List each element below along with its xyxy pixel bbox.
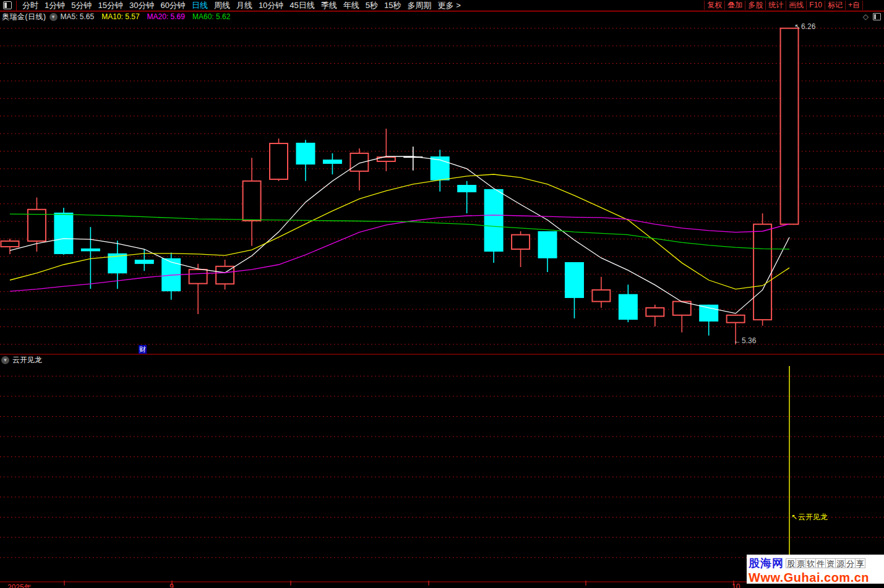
tagline-char: 分: [845, 558, 856, 568]
menu-item-left[interactable]: 5分钟: [68, 0, 95, 11]
arrow-left-icon: ←: [734, 336, 741, 345]
menu-item-right[interactable]: 画线: [786, 1, 806, 10]
menu-item-left[interactable]: 15分钟: [95, 0, 126, 11]
menubar-divider: [16, 1, 17, 11]
tool-menu: 复权叠加多股统计画线F10标记+自: [704, 1, 863, 10]
chevron-down-icon[interactable]: ▼: [49, 13, 58, 21]
chart-title-row: 奥瑞金(日线) ▼ MA5: 5.65MA10: 5.57MA20: 5.69M…: [0, 12, 884, 22]
ma-label: MA60: 5.62: [192, 12, 230, 21]
menu-item-right[interactable]: +自: [845, 1, 863, 10]
menu-item-left[interactable]: 多周期: [405, 0, 435, 11]
menu-item-left[interactable]: 30分钟: [126, 0, 157, 11]
period-menu: 分时1分钟5分钟15分钟30分钟60分钟日线周线月线10分钟45日线季线年线5秒…: [19, 0, 464, 11]
tagline-char: 件: [815, 558, 826, 568]
sub-chart-canvas[interactable]: [0, 364, 884, 582]
menu-item-left[interactable]: 60分钟: [157, 0, 188, 11]
menu-item-left[interactable]: 分时: [19, 0, 41, 11]
tagline-char: 股: [786, 558, 796, 568]
brand-tagline: 股票软件资源分享: [786, 558, 865, 568]
tagline-char: 源: [835, 558, 846, 568]
brand-name: 股海网: [749, 556, 784, 571]
arrow-up-left-icon: ↖: [794, 22, 800, 31]
high-price-annotation: ↖6.26: [794, 22, 815, 31]
instrument-title: 奥瑞金(日线): [2, 12, 46, 22]
signal-annotation: ↖云开见龙: [791, 512, 828, 522]
menu-item-left[interactable]: 月线: [233, 0, 255, 11]
ma-label: MA5: 5.65: [61, 12, 95, 21]
menu-item-right[interactable]: 统计: [765, 1, 786, 10]
chevron-down-icon[interactable]: ▼: [1, 356, 9, 364]
sub-panel-header: ▼ 云开见龙: [1, 356, 42, 364]
menu-item-left[interactable]: 10分钟: [255, 0, 286, 11]
axis-label: 2025年: [7, 582, 32, 588]
menu-item-right[interactable]: 标记: [825, 1, 845, 10]
menu-item-left[interactable]: 季线: [318, 0, 340, 11]
finance-event-marker[interactable]: 财: [139, 345, 147, 354]
arrow-up-left-icon: ↖: [791, 513, 797, 521]
window-split-icon[interactable]: [3, 1, 12, 9]
menu-item-left[interactable]: 15秒: [381, 0, 404, 11]
tagline-char: 票: [796, 558, 806, 568]
brand-url: Www.Guhai.com.cn: [749, 571, 883, 584]
ma-label: MA20: 5.69: [147, 12, 185, 21]
axis-label: 9: [170, 582, 174, 588]
axis-label: 10: [732, 582, 740, 588]
main-chart-canvas[interactable]: [0, 17, 884, 354]
period-menubar: 分时1分钟5分钟15分钟30分钟60分钟日线周线月线10分钟45日线季线年线5秒…: [0, 0, 884, 12]
ma-label: MA10: 5.57: [101, 12, 139, 21]
menu-item-left[interactable]: 更多 >: [435, 0, 464, 11]
diamond-icon[interactable]: ◇: [863, 13, 869, 20]
tagline-char: 享: [855, 558, 865, 568]
menu-item-left[interactable]: 日线: [189, 0, 211, 11]
menu-item-left[interactable]: 年线: [340, 0, 363, 11]
sub-panel-title: 云开见龙: [12, 355, 42, 365]
ma-values: MA5: 5.65MA10: 5.57MA20: 5.69MA60: 5.62: [61, 12, 238, 21]
tagline-char: 资: [825, 558, 836, 568]
pane-layout-icon[interactable]: [873, 13, 881, 20]
watermark-logo: 股海网 股票软件资源分享 Www.Guhai.com.cn: [747, 555, 884, 584]
menu-item-left[interactable]: 1分钟: [41, 0, 68, 11]
menu-item-right[interactable]: 叠加: [724, 1, 745, 10]
menu-item-left[interactable]: 5秒: [363, 0, 381, 11]
tagline-char: 软: [805, 558, 816, 568]
menu-item-right[interactable]: F10: [806, 1, 825, 10]
menu-item-left[interactable]: 45日线: [286, 0, 317, 11]
menu-item-right[interactable]: 多股: [745, 1, 765, 10]
low-price-annotation: ←5.36: [734, 336, 756, 345]
menu-item-left[interactable]: 周线: [211, 0, 233, 11]
menu-item-right[interactable]: 复权: [704, 1, 724, 10]
